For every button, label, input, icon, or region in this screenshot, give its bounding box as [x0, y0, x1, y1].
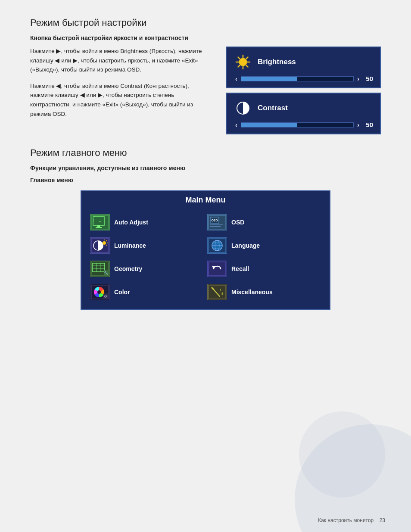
svg-line-5	[238, 57, 240, 59]
geometry-icon: 🔧	[90, 261, 110, 277]
para1: Нажмите ▶, чтобы войти в меню Brightness…	[30, 47, 213, 75]
menu-item-luminance[interactable]: Luminance	[88, 234, 206, 257]
brightness-icon	[234, 53, 252, 72]
main-menu-title: Main Menu	[81, 191, 330, 208]
brightness-bar	[241, 76, 354, 81]
brightness-value: 50	[363, 75, 373, 82]
language-icon	[207, 237, 227, 254]
svg-text:⚙: ⚙	[104, 294, 107, 299]
menu-item-geometry-label: Geometry	[114, 265, 142, 272]
contrast-row1: Contrast	[234, 99, 373, 118]
brightness-contrast-section: Нажмите ▶, чтобы войти в меню Brightness…	[30, 47, 381, 134]
osd-icon: OSD	[207, 214, 227, 230]
main-menu-grid: ↔ ↕ Auto Adjust OSD	[81, 208, 330, 309]
brightness-row1: Brightness	[234, 53, 373, 72]
text-column: Нажмите ▶, чтобы войти в меню Brightness…	[30, 47, 213, 134]
section1-subheading: Кнопка быстрой настройки яркости и контр…	[30, 34, 381, 41]
section2-subheading2: Главное меню	[30, 177, 381, 184]
contrast-value: 50	[363, 121, 373, 128]
footer-text: Как настроить монитор	[318, 517, 374, 523]
page-footer: Как настроить монитор 23	[318, 517, 385, 523]
svg-text:🔧: 🔧	[104, 271, 108, 275]
contrast-row2: ‹ › 50	[234, 121, 373, 128]
menu-item-misc[interactable]: 1 8 Miscellaneous	[206, 280, 323, 304]
svg-text:↔: ↔	[98, 219, 102, 224]
svg-point-23	[103, 241, 106, 245]
section2-title: Режим главного меню	[30, 147, 381, 159]
contrast-bar-fill	[241, 123, 297, 127]
svg-rect-12	[97, 225, 100, 227]
menu-item-geometry[interactable]: 🔧 Geometry	[88, 257, 206, 280]
svg-rect-13	[96, 227, 102, 228]
menu-item-osd-label: OSD	[231, 219, 244, 226]
brightness-row2: ‹ › 50	[234, 75, 373, 82]
menu-item-auto-adjust[interactable]: ↔ ↕ Auto Adjust	[88, 211, 206, 234]
contrast-label: Contrast	[258, 104, 288, 112]
brightness-bar-fill	[241, 77, 297, 81]
brightness-label: Brightness	[258, 58, 296, 66]
section2-subheading1: Функции управления, доступные из главног…	[30, 165, 381, 171]
brightness-right-arrow: ›	[357, 75, 359, 82]
menu-item-language-label: Language	[231, 242, 260, 249]
menu-item-luminance-label: Luminance	[114, 242, 146, 249]
luminance-icon	[90, 237, 110, 254]
misc-icon: 1 8	[207, 284, 227, 300]
svg-point-46	[97, 290, 101, 294]
menu-item-color[interactable]: ⚙ Color	[88, 280, 206, 304]
menu-item-color-label: Color	[114, 289, 130, 296]
menu-item-recall[interactable]: Recall	[206, 257, 323, 280]
main-menu-box: Main Menu ↔ ↕	[81, 190, 330, 310]
auto-adjust-icon: ↔ ↕	[90, 214, 110, 230]
menu-item-auto-adjust-label: Auto Adjust	[114, 219, 148, 226]
contrast-left-arrow: ‹	[235, 121, 237, 128]
recall-icon	[207, 261, 227, 277]
contrast-icon	[234, 99, 252, 118]
main-menu-section: Режим главного меню Функции управления, …	[30, 147, 381, 310]
contrast-right-arrow: ›	[357, 121, 359, 128]
svg-line-8	[238, 65, 240, 67]
color-icon: ⚙	[90, 284, 110, 300]
footer-page: 23	[380, 517, 385, 523]
svg-line-6	[246, 65, 248, 67]
svg-text:↕: ↕	[93, 218, 94, 222]
contrast-panel: Contrast ‹ › 50	[226, 93, 381, 134]
section1-title: Режим быстрой настройки	[30, 17, 381, 28]
brightness-panel: Brightness ‹ › 50	[226, 47, 381, 88]
osd-panels: Brightness ‹ › 50	[226, 47, 381, 134]
menu-item-language[interactable]: Language	[206, 234, 323, 257]
brightness-left-arrow: ‹	[235, 75, 237, 82]
page-content: Режим быстрой настройки Кнопка быстрой н…	[0, 0, 411, 336]
menu-item-misc-label: Miscellaneous	[231, 289, 273, 296]
svg-text:OSD: OSD	[211, 219, 218, 222]
svg-line-7	[246, 57, 248, 59]
background-decoration	[282, 360, 411, 532]
menu-item-recall-label: Recall	[231, 265, 249, 272]
svg-rect-42	[209, 262, 226, 276]
svg-text:8: 8	[221, 292, 224, 296]
contrast-bar	[241, 122, 354, 128]
para2: Нажмите ◀, чтобы войти в меню Contrast (…	[30, 81, 213, 118]
menu-item-osd[interactable]: OSD OSD	[206, 211, 323, 234]
